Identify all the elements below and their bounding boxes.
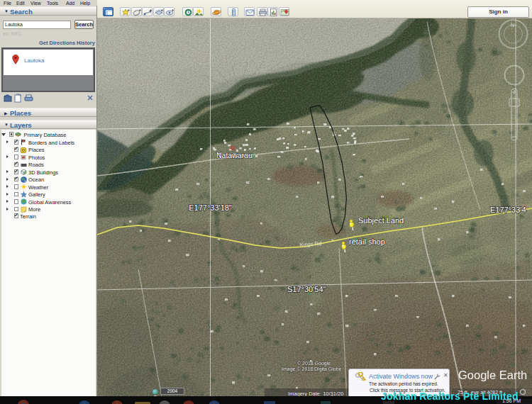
svg-text:E177°33'18": E177°33'18" bbox=[189, 203, 232, 212]
svg-text:retail shop: retail shop bbox=[349, 237, 385, 246]
svg-text:Subject Land: Subject Land bbox=[358, 216, 404, 225]
svg-text:Natawarau: Natawarau bbox=[216, 151, 253, 159]
svg-text:E177°33'4: E177°33'4 bbox=[490, 206, 526, 214]
svg-text:S17°30'54": S17°30'54" bbox=[287, 285, 326, 293]
svg-text:Google Earth: Google Earth bbox=[458, 369, 527, 381]
svg-text:© 2018 Google: © 2018 Google bbox=[297, 361, 331, 366]
svg-text:N: N bbox=[511, 23, 514, 28]
svg-text:Image © 2018 Digita Globe: Image © 2018 Digita Globe bbox=[282, 366, 342, 372]
